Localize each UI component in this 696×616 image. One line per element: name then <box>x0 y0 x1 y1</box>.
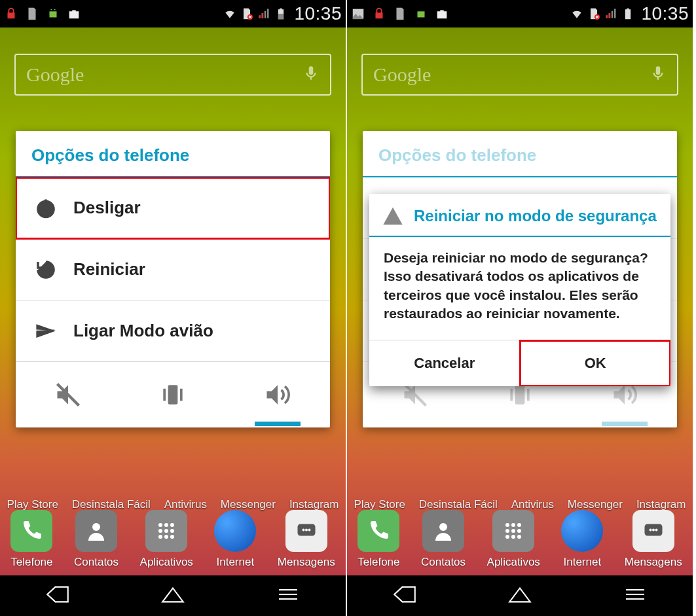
option-restart[interactable]: Reiniciar <box>16 239 330 300</box>
phone-screenshot-right: 10:35 Google Opções do telefone Desligar… <box>347 0 694 616</box>
svg-point-10 <box>158 523 162 527</box>
cancel-button[interactable]: Cancelar <box>369 340 520 386</box>
svg-point-45 <box>649 529 651 532</box>
status-bar: 10:35 <box>347 0 693 27</box>
app-label: Play Store <box>354 498 405 511</box>
svg-point-18 <box>170 535 174 539</box>
svg-point-17 <box>164 535 168 539</box>
svg-point-20 <box>302 529 304 532</box>
svg-point-0 <box>50 9 52 10</box>
svg-point-1 <box>54 9 56 10</box>
dock-apps[interactable]: Aplicativos <box>140 510 193 569</box>
option-label: Desligar <box>73 198 141 218</box>
briefcase-icon <box>67 7 81 21</box>
svg-point-12 <box>170 523 174 527</box>
sound-mute[interactable] <box>16 362 120 427</box>
status-clock: 10:35 <box>641 3 689 24</box>
option-label: Reiniciar <box>73 259 145 280</box>
svg-point-16 <box>158 535 162 539</box>
svg-point-43 <box>517 535 521 539</box>
nav-home[interactable] <box>159 583 187 608</box>
dock-label: Mensagens <box>625 556 682 568</box>
nav-bar <box>347 575 693 616</box>
app-label: Antivirus <box>511 498 554 511</box>
svg-point-37 <box>517 523 521 527</box>
battery-icon <box>274 7 287 20</box>
app-label: Instagram <box>636 498 686 511</box>
restart-icon <box>34 258 58 281</box>
dock-label: Contatos <box>421 556 466 568</box>
svg-point-9 <box>92 523 100 531</box>
svg-rect-6 <box>168 385 178 404</box>
option-airplane[interactable]: Ligar Modo avião <box>16 300 330 362</box>
sim-icon <box>393 7 407 21</box>
dock-phone[interactable]: Telefone <box>357 510 399 569</box>
dock-messages[interactable]: Mensagens <box>625 510 682 569</box>
dock: Telefone Contatos Aplicativos Internet M… <box>347 510 693 569</box>
panel-title: Opções do telefone <box>363 131 677 176</box>
signal-icon <box>257 7 270 20</box>
dock-contacts[interactable]: Contatos <box>74 510 119 569</box>
nav-recent[interactable] <box>274 583 302 608</box>
dialog-title: Reiniciar no modo de segurança <box>414 207 657 225</box>
dock: Telefone Contatos Aplicativos Internet M… <box>0 510 346 569</box>
nav-home[interactable] <box>506 583 534 608</box>
dock-internet[interactable]: Internet <box>561 510 603 569</box>
svg-point-39 <box>511 529 515 533</box>
svg-point-36 <box>511 523 515 527</box>
dock-contacts[interactable]: Contatos <box>421 510 466 569</box>
mic-icon[interactable] <box>302 62 320 87</box>
svg-point-22 <box>308 529 310 532</box>
option-power-off[interactable]: Desligar <box>16 177 330 239</box>
mic-icon[interactable] <box>650 62 667 87</box>
search-widget[interactable]: Google <box>361 54 678 96</box>
app-label: Antivirus <box>164 498 207 511</box>
airplane-icon <box>34 319 58 343</box>
homescreen-labels: Play Store Desinstala Fácil Antivirus Me… <box>0 498 346 511</box>
ok-button[interactable]: OK <box>520 340 671 386</box>
svg-point-46 <box>652 529 655 532</box>
dock-internet[interactable]: Internet <box>214 510 256 569</box>
warning-icon <box>381 206 405 226</box>
briefcase-icon <box>435 7 449 21</box>
option-label: Ligar Modo avião <box>73 321 213 341</box>
wifi-icon <box>570 7 583 20</box>
sound-on[interactable] <box>225 362 330 427</box>
dock-label: Aplicativos <box>487 556 540 568</box>
dock-label: Telefone <box>357 556 399 568</box>
app-label: Instagram <box>289 498 339 511</box>
homescreen-labels: Play Store Desinstala Fácil Antivirus Me… <box>347 498 693 511</box>
nav-back[interactable] <box>391 583 418 608</box>
nav-back[interactable] <box>44 583 71 608</box>
search-brand: Google <box>26 63 84 86</box>
svg-line-30 <box>405 384 426 406</box>
nav-recent[interactable] <box>621 583 649 608</box>
svg-point-41 <box>505 535 509 539</box>
dock-messages[interactable]: Mensagens <box>278 510 335 569</box>
nav-bar <box>0 575 346 616</box>
dock-label: Mensagens <box>278 556 335 568</box>
svg-point-14 <box>164 529 168 533</box>
lock-icon <box>4 7 18 21</box>
no-sim-icon <box>240 7 253 20</box>
dock-label: Telefone <box>10 556 52 568</box>
svg-rect-31 <box>515 385 525 404</box>
dock-phone[interactable]: Telefone <box>10 510 52 569</box>
panel-title: Opções do telefone <box>16 131 330 176</box>
app-label: Messenger <box>221 498 276 511</box>
dock-apps[interactable]: Aplicativos <box>487 510 540 569</box>
wifi-icon <box>223 7 236 20</box>
sound-vibrate[interactable] <box>120 362 225 427</box>
app-label: Desinstala Fácil <box>72 498 151 511</box>
svg-point-13 <box>158 529 162 533</box>
svg-point-42 <box>511 535 515 539</box>
phone-screenshot-left: 10:35 Google Opções do telefone Desligar… <box>0 0 347 616</box>
search-widget[interactable]: Google <box>14 54 331 96</box>
svg-point-40 <box>517 529 521 533</box>
android-icon <box>414 7 428 21</box>
android-icon <box>46 7 60 21</box>
power-icon <box>34 196 58 220</box>
no-sim-icon <box>587 7 600 20</box>
phone-options-panel: Opções do telefone Desligar Reiniciar Li… <box>16 131 330 427</box>
app-label: Messenger <box>568 498 623 511</box>
